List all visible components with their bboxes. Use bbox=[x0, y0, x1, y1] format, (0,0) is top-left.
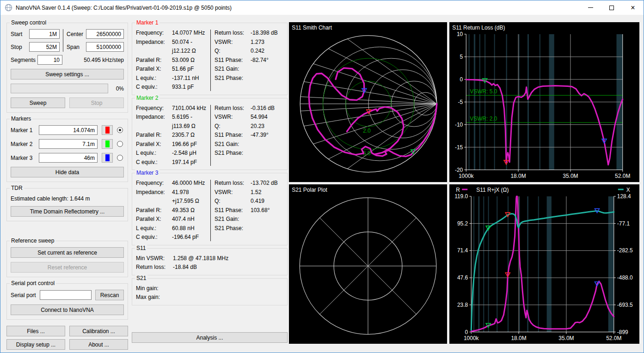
tdr-button[interactable]: Time Domain Reflectometry ... bbox=[11, 206, 124, 217]
field-label: Return loss: bbox=[215, 104, 251, 113]
field-row: L equiv.:-2.548 μH bbox=[136, 149, 207, 158]
svg-text:S11 R+jX (Ω): S11 R+jX (Ω) bbox=[476, 186, 509, 193]
marker-1-color-swatch[interactable] bbox=[102, 125, 113, 135]
return-loss-value: -18.84 dB bbox=[173, 263, 285, 272]
marker-1-radio[interactable] bbox=[117, 127, 123, 133]
s21-info-title: S21 bbox=[135, 275, 147, 281]
field-row: VSWR:1.52 bbox=[215, 188, 285, 197]
field-label: Impedance: bbox=[136, 188, 172, 206]
field-value: 1.273 bbox=[251, 38, 285, 47]
min-vswr-value: 1.258 @ 47.1818 MHz bbox=[173, 254, 285, 263]
minimize-button[interactable] bbox=[580, 0, 601, 15]
field-value: -82.74° bbox=[251, 56, 285, 65]
svg-text:-77.1: -77.1 bbox=[617, 220, 630, 226]
field-value: 51.66 pF bbox=[172, 65, 207, 74]
footer-buttons: Files ... Calibration ... Display setup … bbox=[6, 326, 128, 350]
sweep-settings-button[interactable]: Sweep settings ... bbox=[11, 69, 124, 79]
sweep-button[interactable]: Sweep bbox=[11, 97, 65, 108]
field-label: Parallel X: bbox=[136, 65, 172, 74]
field-row: Parallel R:49.353 Ω bbox=[136, 206, 207, 215]
field-row: Return loss:-18.398 dB bbox=[215, 29, 285, 38]
field-label: Impedance: bbox=[136, 113, 172, 131]
stop-button[interactable]: Stop bbox=[69, 97, 124, 108]
serial-port-label: Serial port bbox=[11, 292, 36, 298]
svg-text:10: 10 bbox=[457, 31, 463, 37]
field-row: Min gain: bbox=[136, 284, 285, 293]
color-fill bbox=[105, 140, 110, 147]
maximize-button[interactable] bbox=[601, 0, 622, 15]
display-setup-button[interactable]: Display setup ... bbox=[6, 339, 65, 350]
s11-return-loss-chart[interactable]: VSWR: 5.0VSWR: 2.01050-5-10-15-201000k18… bbox=[449, 22, 639, 182]
serial-port-row: Serial port Rescan bbox=[11, 290, 124, 300]
marker-2-frequency-input[interactable] bbox=[39, 139, 98, 149]
svg-text:-20: -20 bbox=[455, 167, 463, 173]
charts-area: 2.05.0S11 Smith Chart VSWR: 5.0VSWR: 2.0… bbox=[289, 22, 639, 344]
about-button[interactable]: About ... bbox=[69, 339, 128, 350]
field-value: -196.64 pF bbox=[172, 233, 207, 242]
close-button[interactable]: × bbox=[622, 0, 644, 15]
marker-1-frequency-input[interactable] bbox=[39, 125, 98, 135]
field-label: Frequency: bbox=[136, 29, 172, 38]
rescan-button[interactable]: Rescan bbox=[95, 290, 124, 300]
cable-length-label: Estimated cable length: bbox=[11, 195, 68, 202]
center-label: Center bbox=[67, 31, 86, 37]
marker-2-label: Marker 2 bbox=[11, 141, 35, 147]
segments-input[interactable] bbox=[37, 55, 62, 65]
svg-text:-15: -15 bbox=[455, 144, 463, 151]
field-value bbox=[251, 224, 285, 233]
field-row: Impedance:41.978 +j17.595 Ω bbox=[136, 188, 207, 206]
marker-3-color-swatch[interactable] bbox=[102, 153, 113, 163]
marker-3-radio[interactable] bbox=[117, 155, 123, 161]
files-button[interactable]: Files ... bbox=[6, 326, 65, 336]
svg-text:1000k: 1000k bbox=[459, 173, 474, 179]
sweep-progress-bar bbox=[11, 84, 108, 93]
calibration-button[interactable]: Calibration ... bbox=[69, 326, 128, 336]
span-input[interactable] bbox=[86, 42, 124, 52]
field-value: 7101.004 kHz bbox=[172, 104, 207, 113]
field-row: C equiv.:-196.64 pF bbox=[136, 233, 207, 242]
field-value: 5.6195 -j113.69 Ω bbox=[172, 113, 207, 131]
field-label: S21 Gain: bbox=[215, 65, 251, 74]
svg-text:47.6: 47.6 bbox=[457, 274, 468, 281]
connect-button[interactable]: Connect to NanoVNA bbox=[11, 304, 124, 315]
field-row: Q:20.23 bbox=[215, 122, 285, 131]
start-input[interactable] bbox=[29, 29, 60, 39]
field-row: S21 Phase: bbox=[215, 149, 285, 158]
marker-row-3: Marker 3 bbox=[11, 153, 124, 163]
color-fill bbox=[105, 154, 110, 161]
svg-text:1000k: 1000k bbox=[464, 335, 479, 341]
field-row: L equiv.:60.88 nH bbox=[136, 224, 207, 233]
stop-input[interactable] bbox=[29, 42, 60, 52]
markers-title: Markers bbox=[10, 116, 32, 122]
stop-label: Stop bbox=[11, 44, 29, 50]
hide-data-button[interactable]: Hide data bbox=[11, 167, 124, 177]
svg-text:0: 0 bbox=[460, 76, 463, 83]
field-row: Parallel X:51.66 pF bbox=[136, 65, 207, 74]
field-value: 196.66 pF bbox=[172, 140, 207, 149]
field-row: S11 Phase:-82.74° bbox=[215, 56, 285, 65]
center-input[interactable] bbox=[86, 29, 124, 39]
field-label: L equiv.: bbox=[136, 149, 172, 158]
marker-2-color-swatch[interactable] bbox=[102, 139, 113, 149]
reset-reference-button[interactable]: Reset reference bbox=[11, 262, 124, 273]
field-row: S11 Phase:103.68° bbox=[215, 206, 285, 215]
field-row: S21 Gain: bbox=[215, 140, 285, 149]
marker-details-title: Marker 2 bbox=[135, 95, 159, 101]
svg-text:R: R bbox=[456, 186, 460, 193]
set-reference-button[interactable]: Set current as reference bbox=[11, 247, 124, 258]
maximize-icon bbox=[609, 6, 614, 10]
field-label: S11 Phase: bbox=[215, 131, 251, 140]
field-row: C equiv.:933.1 pF bbox=[136, 83, 207, 92]
s21-polar-plot[interactable]: S21 Polar Plot bbox=[289, 184, 447, 344]
svg-text:95.2: 95.2 bbox=[457, 220, 468, 226]
s11-smith-chart[interactable]: 2.05.0S11 Smith Chart bbox=[289, 22, 447, 182]
analysis-button[interactable]: Analysis ... bbox=[132, 332, 288, 343]
s11-rjx-chart[interactable]: 119.095.271.447.623.80128.4-77.1-282.5-4… bbox=[449, 184, 639, 344]
serial-port-input[interactable] bbox=[40, 290, 92, 300]
field-row: S21 Phase: bbox=[215, 74, 285, 83]
marker-3-frequency-input[interactable] bbox=[39, 153, 98, 163]
svg-text:-10: -10 bbox=[455, 122, 463, 128]
field-label: S11 Phase: bbox=[215, 206, 251, 215]
field-label: Frequency: bbox=[136, 104, 172, 113]
marker-2-radio[interactable] bbox=[117, 141, 123, 147]
